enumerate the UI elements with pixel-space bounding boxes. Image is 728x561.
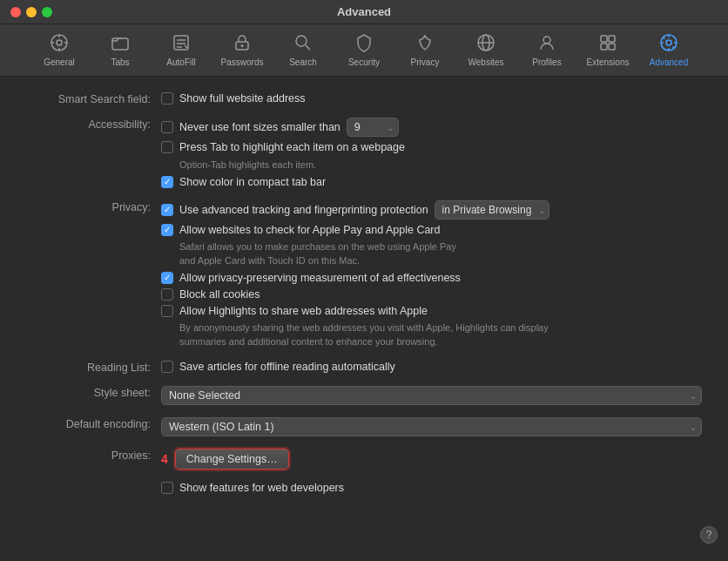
svg-point-1 — [57, 40, 62, 45]
close-button[interactable] — [10, 7, 21, 17]
advanced-tracking-label: Use advanced tracking and fingerprinting… — [179, 204, 428, 216]
reading-list-controls: Save articles for offline reading automa… — [161, 361, 702, 373]
ad-effectiveness-label: Allow privacy-preserving measurement of … — [179, 272, 461, 284]
default-encoding-dropdown[interactable]: Western (ISO Latin 1) ⌄ — [161, 417, 702, 436]
maximize-button[interactable] — [42, 7, 52, 17]
minimize-button[interactable] — [26, 7, 37, 17]
web-developers-controls: Show features for web developers — [161, 482, 702, 494]
default-encoding-controls: Western (ISO Latin 1) ⌄ — [161, 417, 702, 436]
toolbar-label-advanced: Advanced — [650, 57, 688, 67]
svg-line-29 — [663, 37, 664, 38]
smart-search-row: Smart Search field: Show full website ad… — [26, 92, 702, 105]
font-size-label: Never use font sizes smaller than — [179, 121, 340, 133]
proxies-label: Proxies: — [26, 449, 161, 462]
toolbar-label-privacy: Privacy — [411, 57, 440, 67]
toolbar-item-passwords[interactable]: Passwords — [212, 30, 272, 71]
block-cookies-row: Block all cookies — [161, 288, 702, 301]
websites-icon — [476, 33, 495, 55]
toolbar-item-extensions[interactable]: Extensions — [578, 30, 637, 71]
titlebar: Advanced — [0, 0, 728, 24]
reading-list-label: Reading List: — [26, 361, 161, 374]
svg-line-14 — [306, 45, 310, 50]
reading-list-row: Reading List: Save articles for offline … — [26, 361, 702, 374]
advanced-tracking-row: Use advanced tracking and fingerprinting… — [161, 200, 702, 220]
block-cookies-label: Block all cookies — [179, 288, 260, 301]
advanced-tracking-checkbox[interactable] — [161, 204, 173, 216]
accessibility-label: Accessibility: — [26, 118, 161, 131]
toolbar-item-profiles[interactable]: Profiles — [517, 30, 576, 71]
show-color-checkbox[interactable] — [161, 176, 173, 188]
show-web-devtools-label: Show features for web developers — [179, 482, 344, 494]
accessibility-controls: Never use font sizes smaller than 9 ⌄ Pr… — [161, 118, 702, 188]
toolbar-label-search: Search — [289, 57, 317, 67]
accessibility-row: Accessibility: Never use font sizes smal… — [26, 118, 702, 188]
autofill-icon — [172, 33, 191, 55]
highlights-label: Allow Highlights to share web addresses … — [179, 305, 428, 317]
change-settings-button[interactable]: Change Settings… — [175, 449, 289, 470]
privacy-row: Privacy: Use advanced tracking and finge… — [26, 200, 702, 348]
help-button[interactable]: ? — [700, 526, 718, 544]
web-developers-row: Show features for web developers — [26, 482, 702, 494]
toolbar-item-search[interactable]: Search — [273, 30, 333, 71]
proxies-row: Proxies: 4 Change Settings… — [26, 449, 702, 470]
save-articles-row: Save articles for offline reading automa… — [161, 361, 702, 373]
style-sheet-controls: None Selected ⌄ — [161, 386, 702, 405]
style-sheet-value: None Selected — [169, 389, 240, 402]
content-area: Smart Search field: Show full website ad… — [0, 77, 728, 554]
style-sheet-dropdown[interactable]: None Selected ⌄ — [161, 386, 702, 405]
toolbar-label-passwords: Passwords — [221, 57, 264, 67]
svg-point-13 — [296, 36, 307, 46]
tabs-icon — [111, 33, 130, 55]
default-encoding-value: Western (ISO Latin 1) — [169, 421, 274, 433]
encoding-arrow: ⌄ — [690, 422, 697, 431]
save-articles-label: Save articles for offline reading automa… — [179, 361, 395, 373]
toolbar-item-advanced[interactable]: Advanced — [639, 30, 698, 71]
toolbar-label-autofill: AutoFill — [166, 57, 195, 67]
style-sheet-arrow: ⌄ — [690, 390, 697, 400]
toolbar-label-general: General — [44, 57, 75, 67]
toolbar-item-security[interactable]: Security — [334, 30, 394, 71]
svg-rect-22 — [609, 44, 615, 50]
apple-pay-note: Safari allows you to make purchases on t… — [161, 240, 702, 267]
ad-effectiveness-row: Allow privacy-preserving measurement of … — [161, 272, 702, 284]
svg-point-12 — [241, 44, 244, 47]
svg-rect-6 — [112, 38, 128, 50]
save-articles-checkbox[interactable] — [161, 361, 173, 373]
toolbar-label-extensions: Extensions — [587, 57, 630, 67]
private-browsing-dropdown[interactable]: in Private Browsing ⌄ — [435, 200, 550, 220]
block-cookies-checkbox[interactable] — [161, 288, 173, 301]
font-size-dropdown[interactable]: 9 ⌄ — [347, 118, 399, 137]
toolbar-item-privacy[interactable]: Privacy — [395, 30, 455, 71]
press-tab-label: Press Tab to highlight each item on a we… — [179, 141, 405, 153]
toolbar-item-tabs[interactable]: Tabs — [91, 30, 150, 71]
proxies-controls: 4 Change Settings… — [161, 449, 702, 470]
toolbar-item-websites[interactable]: Websites — [456, 30, 516, 71]
apple-pay-checkbox[interactable] — [161, 224, 173, 236]
show-web-devtools-checkbox[interactable] — [161, 482, 173, 494]
highlights-checkbox[interactable] — [161, 305, 173, 317]
window-title: Advanced — [337, 5, 391, 18]
search-icon — [293, 33, 313, 55]
press-tab-checkbox[interactable] — [161, 141, 173, 153]
toolbar-item-general[interactable]: General — [30, 30, 89, 71]
private-browsing-arrow: ⌄ — [538, 206, 545, 215]
extensions-icon — [598, 33, 617, 55]
show-color-row: Show color in compact tab bar — [161, 176, 702, 188]
show-full-address-checkbox[interactable] — [161, 92, 173, 105]
show-full-address-row: Show full website address — [161, 92, 702, 105]
font-size-checkbox[interactable] — [161, 121, 173, 133]
svg-rect-21 — [601, 44, 607, 50]
toolbar-label-profiles: Profiles — [532, 57, 561, 67]
privacy-label: Privacy: — [26, 200, 161, 213]
default-encoding-label: Default encoding: — [26, 417, 161, 430]
apple-pay-row: Allow websites to check for Apple Pay an… — [161, 224, 702, 236]
press-tab-row: Press Tab to highlight each item on a we… — [161, 141, 702, 153]
toolbar-item-autofill[interactable]: AutoFill — [152, 30, 211, 71]
highlights-note: By anonymously sharing the web addresses… — [161, 321, 702, 348]
privacy-icon — [415, 33, 435, 55]
ad-effectiveness-checkbox[interactable] — [161, 272, 173, 284]
style-sheet-row: Style sheet: None Selected ⌄ — [26, 386, 702, 405]
traffic-lights — [10, 7, 52, 17]
default-encoding-row: Default encoding: Western (ISO Latin 1) … — [26, 417, 702, 436]
toolbar-label-websites: Websites — [468, 57, 504, 67]
